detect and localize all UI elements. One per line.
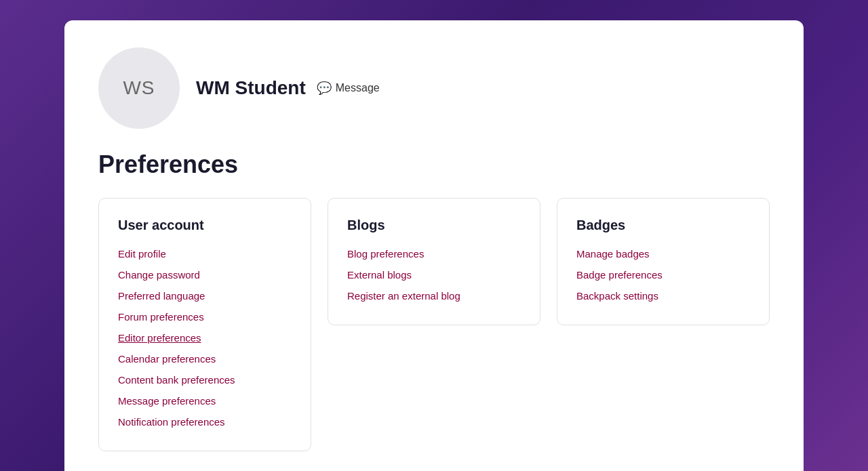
blog-preferences-link[interactable]: Blog preferences <box>347 247 521 261</box>
profile-section: WS WM Student 💬 Message <box>98 47 770 129</box>
user-account-card-title: User account <box>118 218 292 233</box>
badge-preferences-link[interactable]: Badge preferences <box>576 268 750 282</box>
badges-card-title: Badges <box>576 218 750 233</box>
avatar-initials: WS <box>123 77 155 99</box>
forum-preferences-link[interactable]: Forum preferences <box>118 310 292 324</box>
external-blogs-link[interactable]: External blogs <box>347 268 521 282</box>
manage-badges-link[interactable]: Manage badges <box>576 247 750 261</box>
content-bank-preferences-link[interactable]: Content bank preferences <box>118 373 292 387</box>
calendar-preferences-link[interactable]: Calendar preferences <box>118 352 292 366</box>
message-link[interactable]: 💬 Message <box>317 81 380 96</box>
profile-info: WM Student 💬 Message <box>196 77 380 99</box>
message-preferences-link[interactable]: Message preferences <box>118 394 292 408</box>
message-label: Message <box>336 82 380 94</box>
badges-links: Manage badges Badge preferences Backpack… <box>576 247 750 303</box>
page-title: Preferences <box>98 150 770 179</box>
backpack-settings-link[interactable]: Backpack settings <box>576 289 750 303</box>
notification-preferences-link[interactable]: Notification preferences <box>118 415 292 429</box>
avatar: WS <box>98 47 180 129</box>
blogs-links: Blog preferences External blogs Register… <box>347 247 521 303</box>
user-account-card: User account Edit profile Change passwor… <box>98 198 311 451</box>
cards-grid: User account Edit profile Change passwor… <box>98 198 770 451</box>
main-card: WS WM Student 💬 Message Preferences User… <box>64 20 804 471</box>
change-password-link[interactable]: Change password <box>118 268 292 282</box>
user-account-links: Edit profile Change password Preferred l… <box>118 247 292 429</box>
message-icon: 💬 <box>317 81 332 96</box>
blogs-card-title: Blogs <box>347 218 521 233</box>
editor-preferences-link[interactable]: Editor preferences <box>118 331 292 345</box>
edit-profile-link[interactable]: Edit profile <box>118 247 292 261</box>
badges-card: Badges Manage badges Badge preferences B… <box>557 198 770 325</box>
blogs-card: Blogs Blog preferences External blogs Re… <box>328 198 540 325</box>
preferred-language-link[interactable]: Preferred language <box>118 289 292 303</box>
profile-name: WM Student <box>196 77 306 99</box>
register-external-blog-link[interactable]: Register an external blog <box>347 289 521 303</box>
